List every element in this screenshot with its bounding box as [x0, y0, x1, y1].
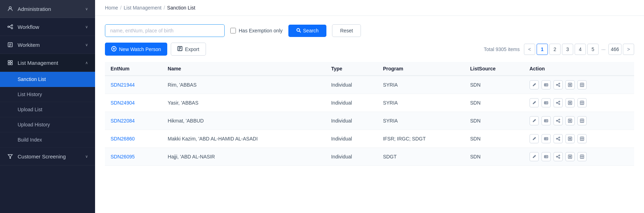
grid-detail-icon[interactable] — [577, 116, 587, 125]
detail-icon[interactable] — [565, 152, 575, 161]
share-icon[interactable] — [554, 152, 563, 161]
type-cell: Individual — [325, 76, 377, 94]
sidebar-item-customer-screening[interactable]: Customer Screening ∨ — [0, 148, 95, 165]
col-entnum: EntNum — [105, 62, 162, 76]
export-button[interactable]: Export — [171, 43, 206, 56]
workflow-icon — [7, 24, 13, 30]
sidebar-item-administration[interactable]: Administration ∨ — [0, 0, 95, 18]
detail-icon[interactable] — [565, 134, 575, 143]
grid-detail-icon[interactable] — [577, 152, 587, 161]
reset-button-label: Reset — [340, 28, 353, 33]
id-card-icon[interactable] — [542, 80, 551, 89]
share-icon[interactable] — [554, 134, 563, 143]
new-watch-person-button[interactable]: New Watch Person — [105, 43, 167, 56]
svg-point-63 — [559, 119, 560, 120]
chevron-down-icon: ∨ — [85, 7, 88, 11]
svg-line-5 — [9, 27, 11, 28]
sub-item-label: Sanction List — [18, 76, 46, 82]
reset-button[interactable]: Reset — [332, 24, 361, 37]
listsource-cell: SDN — [464, 112, 524, 130]
breadcrumb-sep-1: / — [120, 5, 121, 11]
action-icons-group — [530, 80, 629, 89]
edit-icon[interactable] — [530, 134, 539, 143]
action-icons-group — [530, 116, 629, 125]
search-input[interactable] — [105, 24, 225, 37]
share-icon[interactable] — [554, 98, 563, 107]
chevron-down-icon: ∨ — [85, 154, 88, 159]
svg-line-4 — [9, 26, 11, 27]
ent-num-link[interactable]: SDN22084 — [111, 118, 135, 124]
share-icon[interactable] — [554, 80, 563, 89]
name-cell: Hajji, 'ABD AL-NASIR — [162, 148, 325, 166]
pagination: Total 9305 items < 1 2 3 4 5 ··· 466 > — [484, 44, 634, 55]
svg-point-30 — [556, 84, 557, 86]
exemption-checkbox[interactable] — [230, 28, 236, 33]
chevron-up-icon: ∧ — [85, 61, 88, 65]
edit-icon[interactable] — [530, 98, 539, 107]
ent-num-link[interactable]: SDN21944 — [111, 82, 135, 88]
sidebar-item-upload-list[interactable]: Upload List — [0, 102, 95, 117]
svg-line-50 — [557, 103, 559, 104]
sidebar-item-workflow[interactable]: Workflow ∨ — [0, 18, 95, 36]
ent-num-link[interactable]: SDN24904 — [111, 100, 135, 106]
svg-point-65 — [559, 121, 560, 123]
id-card-icon[interactable] — [542, 98, 551, 107]
svg-rect-11 — [11, 61, 12, 62]
svg-rect-12 — [8, 63, 10, 65]
prev-page-button[interactable]: < — [524, 44, 535, 55]
person-icon — [7, 6, 13, 12]
main-content: Home / List Management / Sanction List H… — [95, 0, 644, 213]
type-cell: Individual — [325, 130, 377, 148]
page-2-button[interactable]: 2 — [549, 44, 561, 55]
program-cell: SDGT — [377, 148, 465, 166]
share-icon[interactable] — [554, 116, 563, 125]
listsource-cell: SDN — [464, 76, 524, 94]
grid-detail-icon[interactable] — [577, 98, 587, 107]
breadcrumb-list-management[interactable]: List Management — [124, 5, 161, 11]
edit-icon[interactable] — [530, 80, 539, 89]
detail-icon[interactable] — [565, 80, 575, 89]
page-1-button[interactable]: 1 — [537, 44, 548, 55]
program-cell: SYRIA — [377, 112, 465, 130]
id-card-icon[interactable] — [542, 152, 551, 161]
sidebar-item-workitem[interactable]: Workitem ∨ — [0, 36, 95, 54]
listsource-cell: SDN — [464, 148, 524, 166]
detail-icon[interactable] — [565, 116, 575, 125]
page-3-button[interactable]: 3 — [562, 44, 573, 55]
sidebar-item-build-index[interactable]: Build Index — [0, 132, 95, 148]
grid-detail-icon[interactable] — [577, 134, 587, 143]
breadcrumb: Home / List Management / Sanction List — [95, 0, 644, 16]
ent-num-link[interactable]: SDN26860 — [111, 136, 135, 142]
svg-point-15 — [297, 29, 300, 31]
sidebar-item-list-history[interactable]: List History — [0, 87, 95, 102]
grid-detail-icon[interactable] — [577, 80, 587, 89]
page-5-button[interactable]: 5 — [587, 44, 599, 55]
chevron-down-icon: ∨ — [85, 43, 88, 47]
svg-point-77 — [545, 138, 546, 139]
svg-line-16 — [299, 31, 301, 32]
svg-line-100 — [557, 156, 559, 156]
action-icons-group — [530, 152, 629, 161]
sidebar-item-list-management[interactable]: List Management ∧ — [0, 54, 95, 72]
svg-point-47 — [556, 102, 557, 104]
sidebar-item-label: List Management — [18, 60, 58, 66]
svg-point-97 — [559, 155, 560, 156]
svg-point-80 — [559, 137, 560, 138]
page-last-button[interactable]: 466 — [608, 44, 621, 55]
search-button[interactable]: Search — [288, 25, 326, 37]
edit-icon[interactable] — [530, 152, 539, 161]
next-page-button[interactable]: > — [623, 44, 634, 55]
sidebar-item-label: Administration — [18, 6, 51, 12]
breadcrumb-home[interactable]: Home — [105, 5, 118, 11]
id-card-icon[interactable] — [542, 116, 551, 125]
action-cell — [524, 130, 634, 148]
page-4-button[interactable]: 4 — [575, 44, 586, 55]
table-row: SDN22084Hikmat, 'ABBUDIndividualSYRIASDN — [105, 112, 634, 130]
sanction-list-table: EntNum Name Type Program ListSource Acti… — [105, 62, 634, 166]
sidebar-item-sanction-list[interactable]: Sanction List — [0, 72, 95, 87]
ent-num-link[interactable]: SDN26095 — [111, 154, 135, 159]
edit-icon[interactable] — [530, 116, 539, 125]
sidebar-item-upload-history[interactable]: Upload History — [0, 117, 95, 132]
id-card-icon[interactable] — [542, 134, 551, 143]
detail-icon[interactable] — [565, 98, 575, 107]
